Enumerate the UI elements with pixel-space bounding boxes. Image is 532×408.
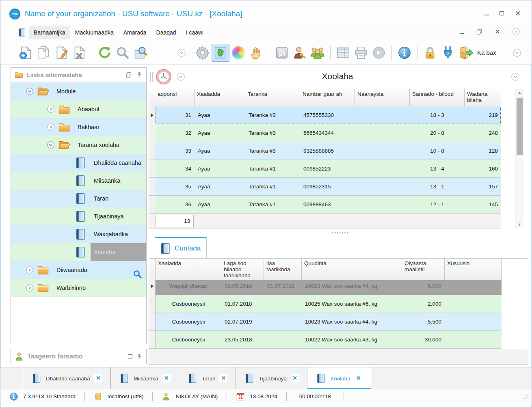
tree-item-waxqabadka[interactable]: Waxqabadka [11, 225, 146, 243]
scroll-up-icon[interactable]: ▲ [515, 89, 524, 96]
tab-close-icon[interactable]: ✕ [291, 374, 299, 382]
book-icon [159, 242, 171, 255]
map-button[interactable] [212, 44, 229, 62]
expand-icon[interactable] [26, 284, 34, 292]
tree-search-icon[interactable] [132, 269, 142, 279]
panel-chevron-icon[interactable] [511, 72, 520, 81]
tree-item-xoolaha[interactable]: Xoolaha [11, 243, 146, 261]
toolbar-right-chevron-icon[interactable] [513, 48, 521, 57]
collapse-icon[interactable] [47, 141, 55, 149]
expand-icon[interactable] [26, 266, 34, 274]
tree-item-miisaanka[interactable]: Miisaanka [11, 172, 146, 190]
table-row[interactable]: Cusbooneysii 23.05.2018 10022 Wax soo sa… [149, 331, 502, 349]
support-restore-icon[interactable] [128, 354, 132, 358]
info-button[interactable] [396, 44, 413, 62]
refresh-button[interactable] [96, 44, 114, 62]
tree-item-dhalidda-caanaha[interactable]: Dhalidda caanaha [11, 154, 146, 172]
table-row[interactable]: 32 Ayaa Taranka #3 5665434344 20 - 8 248 [149, 124, 501, 142]
doc-tab-taran[interactable]: Taran ✕ [179, 367, 236, 389]
child-restore-button[interactable] [476, 28, 483, 35]
tree-item-abaabul[interactable]: Abaabul [11, 100, 146, 118]
menu-icaawi[interactable]: I caawi [181, 26, 209, 39]
users-group-button[interactable] [309, 44, 327, 62]
pan-hand-button[interactable] [247, 44, 265, 62]
toolbar-overflow-chevron-icon[interactable] [177, 48, 186, 57]
user-access-button[interactable] [291, 44, 309, 62]
feed-button[interactable] [273, 44, 291, 62]
delete-record-button[interactable] [70, 44, 88, 62]
table-row[interactable]: 31 Ayaa Taranka #3 4575555330 18 - 3 219 [149, 106, 501, 124]
table-row[interactable]: 36 Ayaa Taranka #1 009888463 12 - 1 145 [149, 196, 501, 214]
doc-tab-miisaanka[interactable]: Miisaanka ✕ [111, 367, 179, 389]
resize-grip[interactable] [523, 393, 528, 399]
main-grid: aqoonsi Xaaladda Taranka Nambar gaar ah … [149, 89, 525, 229]
tab-cuntada[interactable]: Cuntada [155, 237, 207, 259]
tab-close-icon[interactable]: ✕ [94, 374, 102, 382]
col-xaaladda[interactable]: Xaaladda [195, 89, 245, 106]
tree-item-module[interactable]: Module [11, 82, 146, 100]
menu-barnaamijka[interactable]: Barnaamijka [29, 26, 70, 39]
table-row[interactable]: Cusbooneysii 01.07.2018 10025 Wax soo sa… [149, 295, 502, 313]
panel-pin-icon[interactable] [136, 71, 143, 78]
tree-item-bakhaar[interactable]: Bakhaar [11, 118, 146, 136]
table-row[interactable]: 35 Ayaa Taranka #1 009852315 13 - 1 157 [149, 178, 501, 196]
table-row[interactable]: 33 Ayaa Taranka #3 9325888885 10 - 8 128 [149, 142, 501, 160]
tree-item-diiwaanada[interactable]: Diiwaanada [11, 261, 146, 279]
col-nambar[interactable]: Nambar gaar ah [300, 89, 355, 106]
settings-button[interactable] [194, 44, 212, 62]
menubar-grip[interactable] [12, 28, 14, 37]
support-pin-icon[interactable] [136, 353, 143, 360]
table-row[interactable]: 34 Ayaa Taranka #1 009852223 13 - 4 160 [149, 160, 501, 178]
col-wadarta[interactable]: Wadarta bilaha [465, 89, 501, 106]
doc-tab-dhalidda-caanaha[interactable]: Dhalidda caanaha ✕ [23, 367, 111, 389]
doc-tab-tijaabinaya[interactable]: Tijaabinaya ✕ [236, 367, 307, 389]
expand-icon[interactable] [47, 123, 55, 131]
advanced-search-button[interactable] [132, 44, 149, 62]
vertical-scrollbar[interactable]: ▲ ▼ [515, 89, 524, 228]
minimize-button[interactable] [484, 12, 489, 15]
tree-item-tijaabinaya[interactable]: Tijaabinaya [11, 207, 146, 225]
color-theme-button[interactable] [229, 44, 247, 62]
menubar-overflow-chevron-icon[interactable] [512, 28, 520, 36]
col-sannado[interactable]: Sannado - bilood [410, 89, 465, 106]
print-button[interactable] [352, 44, 370, 62]
statusbar: 7.3.9113.10 Standard localhost (utf8) NI… [0, 389, 532, 404]
doc-tab-xoolaha[interactable]: Xoolaha ✕ [307, 367, 371, 389]
collapse-icon[interactable] [26, 87, 34, 95]
tab-close-icon[interactable]: ✕ [162, 374, 171, 382]
col-aqoonsi[interactable]: aqoonsi [155, 89, 195, 106]
tab-close-icon[interactable]: ✕ [355, 374, 363, 382]
document-icon [17, 28, 26, 37]
plugin-button[interactable] [439, 44, 457, 62]
go-next-button[interactable] [370, 44, 388, 62]
table-view-button[interactable] [334, 44, 352, 62]
support-panel[interactable]: Taageero farsamo [11, 349, 147, 364]
table-row[interactable]: Waqtigii dhacay 09.05.2018 01.07.2018 10… [149, 277, 502, 295]
maximize-button[interactable] [500, 11, 504, 15]
lock-button[interactable] [421, 44, 439, 62]
menu-macluumaadka[interactable]: Macluumaadka [70, 26, 119, 39]
col-taranka[interactable]: Taranka [245, 89, 300, 106]
tree-item-taran[interactable]: Taran [11, 190, 146, 207]
table-row[interactable]: Cusbooneysii 02.07.2019 10023 Wax soo sa… [149, 313, 502, 331]
col-naanaysta[interactable]: Naanaysta [355, 89, 410, 106]
expand-icon[interactable] [47, 105, 55, 113]
scrollbar-thumb[interactable] [517, 98, 523, 155]
scroll-down-icon[interactable]: ▼ [515, 221, 524, 228]
tree-item-warbixinno[interactable]: Warbixinno [11, 279, 146, 297]
search-button[interactable] [114, 44, 132, 62]
tab-close-icon[interactable]: ✕ [219, 374, 227, 382]
new-record-button[interactable] [17, 44, 35, 62]
exit-button[interactable]: Ka bax [458, 46, 496, 60]
child-close-button[interactable]: ✕ [494, 28, 501, 35]
panel-float-icon[interactable] [125, 71, 132, 78]
edit-record-button[interactable] [52, 44, 70, 62]
child-minimize-button[interactable] [460, 30, 464, 34]
menu-amarada[interactable]: Amarada [119, 26, 151, 39]
tree-item-taranta-xoolaha[interactable]: Taranta xoolaha [11, 136, 146, 154]
panel-splitter[interactable] [149, 230, 526, 235]
close-button[interactable]: ✕ [515, 10, 521, 17]
toolbar-grip[interactable] [12, 48, 14, 58]
menu-daaqad[interactable]: Daaqad [151, 26, 181, 39]
copy-record-button[interactable] [35, 44, 52, 62]
